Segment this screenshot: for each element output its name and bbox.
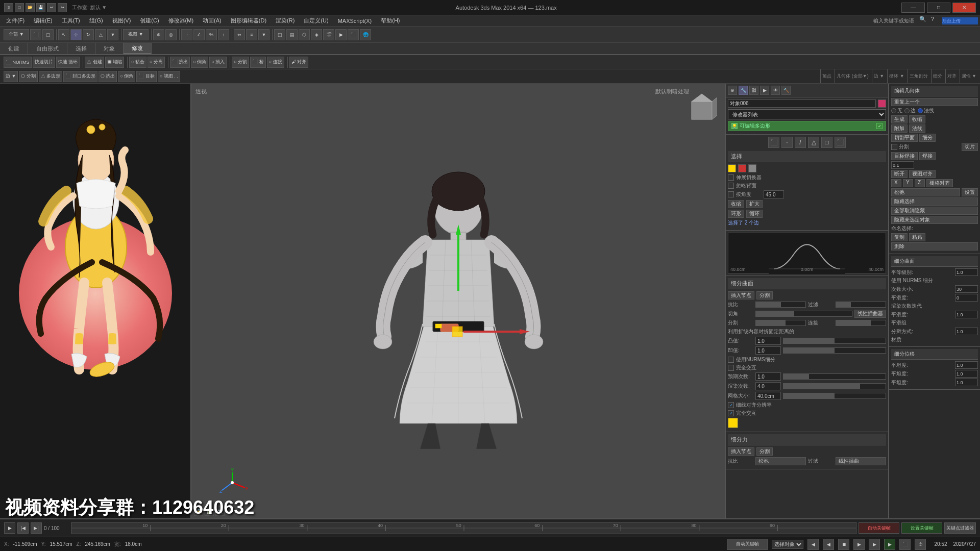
relax-btn[interactable]: 松弛 [891, 188, 960, 196]
relax-settings-btn2[interactable]: 设置 [962, 188, 978, 196]
use-nurms-checkbox[interactable] [728, 357, 734, 363]
environment-btn[interactable]: 🌐 [360, 29, 371, 40]
active-modifier-item[interactable]: 💡 可编辑多边形 ✓ [728, 121, 886, 131]
angle-value-input[interactable] [764, 190, 784, 198]
select-invert-btn[interactable]: ⬛ [30, 29, 41, 40]
menu-maxscript[interactable]: MAXScript(X) [334, 17, 376, 25]
flow-connect-btn[interactable]: ⬡ 挤出 [99, 71, 117, 82]
swatch-yellow[interactable] [728, 164, 736, 172]
register-btn[interactable]: 后台上传 [942, 17, 978, 24]
preview-slider[interactable] [783, 373, 886, 380]
sel-level-border[interactable]: △ [808, 137, 819, 148]
tab-create[interactable]: 创建 [0, 43, 28, 54]
sel-level-edge[interactable]: / [795, 137, 806, 148]
chamfer-slider[interactable] [755, 311, 852, 317]
nurms-btn[interactable]: ⬛ NURMS [4, 57, 32, 68]
detach-geo-btn[interactable]: 附加 [891, 124, 908, 133]
angle-snap[interactable]: ∠ [193, 29, 205, 40]
scale-tool[interactable]: △ [95, 29, 106, 40]
create-geo-btn[interactable]: △ 创建 [85, 57, 104, 68]
delete-geo-btn[interactable]: 删除 [891, 242, 978, 251]
full-scene-checkbox[interactable] [728, 410, 734, 416]
render-btn[interactable]: ▶ [335, 29, 347, 40]
snap-toggle[interactable]: ⋮ [181, 29, 192, 40]
modifier-list-dropdown[interactable]: 修改器列表 [728, 109, 886, 119]
auto-key-dropdown[interactable]: 选择对象 [772, 540, 803, 549]
paste-named-btn[interactable]: 粘贴 [909, 233, 925, 241]
full-inter-checkbox[interactable] [728, 365, 734, 371]
by-vertex-checkbox[interactable] [728, 174, 734, 181]
next-frame-btn[interactable]: ▶| [31, 522, 42, 534]
relax-geo-btn[interactable]: 分割 [756, 291, 773, 299]
multi-loop-btn[interactable]: ○ 倒角 [118, 71, 135, 82]
ref-coord-dropdown[interactable]: 视图 ▼ [123, 29, 149, 40]
connect-edges-btn[interactable]: ⬛ 目标 [136, 71, 157, 82]
tab-selection[interactable]: 选择 [67, 43, 95, 54]
preview-iters-input[interactable] [755, 372, 781, 381]
split-geo-btn[interactable]: 分割 [756, 447, 773, 456]
detach-btn[interactable]: ○ 分离 [148, 57, 165, 68]
render-iters-input[interactable] [755, 382, 781, 390]
swift-loop-btn[interactable]: ⬛ 封口多边形 [63, 71, 97, 82]
menu-custom[interactable]: 自定义(U) [300, 16, 332, 26]
radio-edge-btn[interactable] [904, 108, 910, 113]
redo-btn[interactable]: ↪ [58, 3, 67, 12]
close-btn[interactable]: ✕ [952, 3, 976, 13]
vp-camera-icon[interactable]: 📷 [215, 507, 225, 516]
help-icon[interactable]: ? [931, 16, 941, 26]
tab-object[interactable]: 对象 [95, 43, 124, 54]
filter-btn[interactable]: 线性插曲 [836, 457, 886, 465]
subdiv-method-input[interactable] [955, 328, 978, 335]
tab-freeform[interactable]: 自由形式 [28, 43, 67, 54]
percent-snap[interactable]: % [206, 29, 217, 40]
new-btn[interactable]: □ [15, 3, 24, 12]
menu-file[interactable]: 文件(F) [2, 16, 29, 26]
collect-btn[interactable]: 插入节点 [728, 291, 754, 299]
bridge-btn[interactable]: ⬛ 桥 [250, 57, 266, 68]
weld-threshold-input[interactable] [891, 161, 914, 169]
material-editor-btn[interactable]: ◈ [311, 29, 322, 40]
keep-seams-checkbox[interactable] [728, 402, 734, 408]
select-all-btn[interactable]: 全部 ▼ [4, 29, 29, 40]
reset-plane-btn[interactable]: 细分 [919, 134, 936, 142]
sub-obj-btn[interactable]: ⬡ 分割 [19, 71, 38, 82]
search-icon[interactable]: 🔍 [919, 16, 929, 26]
make-planar-btn[interactable]: 断开 [891, 170, 908, 178]
modifier-toggle[interactable]: ✓ [876, 123, 883, 129]
sel-level-object[interactable]: ⬛ [768, 137, 779, 148]
menu-view[interactable]: 视图(V) [108, 16, 135, 26]
by-angle-checkbox[interactable] [728, 191, 734, 197]
convex-input[interactable] [755, 337, 781, 345]
object-color-swatch[interactable] [878, 99, 886, 108]
key-stop-btn[interactable]: ⏹ [838, 539, 849, 550]
grow-btn[interactable]: 扩大 [746, 200, 763, 208]
flatness-input[interactable] [955, 361, 978, 369]
unhide-all-btn[interactable]: 全部取消隐藏 [891, 207, 978, 215]
flatness2-input[interactable] [955, 370, 978, 378]
copy-named-btn[interactable]: 复制 [891, 233, 908, 241]
time-config-btn[interactable]: ⏱ [915, 539, 926, 550]
sel-level-element[interactable]: ⬛ [835, 137, 846, 148]
loop-btn[interactable]: 快速 循环 [56, 57, 80, 68]
repeat-last-btn[interactable]: 重复上一个 [891, 98, 978, 106]
loop-select-btn[interactable]: 循环 [746, 210, 763, 218]
utilities-icon[interactable]: 🔨 [781, 86, 791, 95]
mesh-size-slider[interactable] [783, 393, 886, 399]
connect-btn[interactable]: ○ 连接 [267, 57, 284, 68]
mirror-btn[interactable]: ⇔ [234, 29, 245, 40]
select-center-btn[interactable]: ◎ [165, 29, 177, 40]
iter-count-input[interactable] [955, 285, 978, 293]
tab-modify[interactable]: 修改 [124, 43, 152, 54]
bevel-btn[interactable]: ○ 倒角 [191, 57, 208, 68]
edit-poly-btn[interactable]: 快速切片 [33, 57, 55, 68]
menu-animation[interactable]: 动画(A) [199, 16, 226, 26]
app-menu-btn[interactable]: 3 [4, 3, 13, 12]
sel-level-poly[interactable]: □ [821, 137, 832, 148]
hide-selected-btn[interactable]: 隐藏选择 [891, 197, 978, 206]
slice-plane-btn[interactable]: 切割平面 [891, 134, 918, 142]
attach-geo-btn[interactable]: 收缩 [909, 115, 925, 123]
weld-btn[interactable]: 焊接 [919, 152, 936, 160]
flatness3-input[interactable] [955, 379, 978, 386]
preview-color-swatch[interactable] [728, 418, 738, 428]
collapse-btn[interactable]: ▣ 塌陷 [105, 57, 125, 68]
